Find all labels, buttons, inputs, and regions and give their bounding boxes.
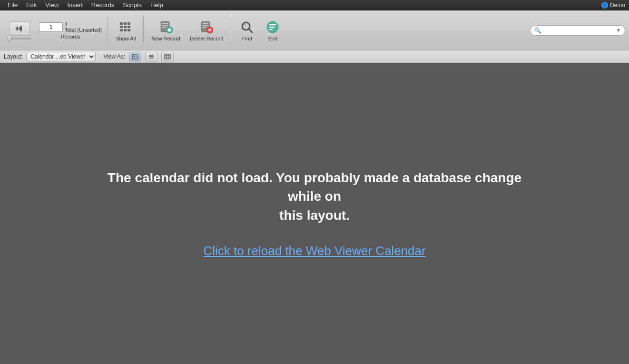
sort-icon	[265, 20, 280, 35]
records-total-info: 1 Total (Unsorted)	[65, 21, 102, 33]
svg-rect-21	[202, 25, 209, 26]
svg-marker-2	[15, 26, 18, 31]
list-view-button[interactable]	[145, 52, 157, 61]
nav-arrow-btn[interactable]	[9, 21, 30, 36]
find-icon	[239, 20, 255, 35]
menu-records[interactable]: Records	[88, 0, 118, 10]
show-all-button[interactable]: Show All	[112, 18, 139, 43]
new-record-label: New Record	[151, 36, 180, 41]
view-as-label: View As:	[103, 53, 125, 60]
username-label: Demo	[610, 2, 625, 9]
svg-rect-13	[162, 23, 168, 24]
nav-arrow-icon	[14, 24, 25, 33]
toolbar: 1 Total (Unsorted) Records Show All	[0, 10, 629, 50]
layout-select[interactable]: Calendar ...eb Viewer	[26, 52, 96, 61]
menu-bar: File Edit View Insert Records Scripts He…	[4, 0, 601, 10]
delete-record-button[interactable]: Delete Record	[186, 18, 227, 43]
slider-thumb	[8, 36, 11, 41]
delete-record-label: Delete Record	[190, 36, 223, 41]
svg-line-26	[249, 29, 252, 32]
svg-marker-0	[18, 26, 21, 31]
show-all-label: Show All	[116, 36, 136, 41]
find-button[interactable]: Find	[235, 18, 259, 43]
svg-point-27	[244, 24, 246, 26]
svg-rect-3	[120, 22, 123, 25]
records-counter-group: 1 Total (Unsorted) Records	[37, 21, 104, 39]
separator-2	[143, 16, 144, 45]
message-line2: this layout.	[279, 208, 350, 223]
separator-3	[231, 16, 231, 45]
svg-rect-6	[120, 26, 123, 28]
svg-rect-7	[124, 26, 127, 28]
menu-insert[interactable]: Insert	[63, 0, 87, 10]
sort-button[interactable]: Sort	[261, 18, 285, 43]
new-record-button[interactable]: New Record	[147, 18, 184, 43]
message-line1: The calendar did not load. You probably …	[108, 170, 521, 204]
svg-rect-4	[124, 22, 127, 25]
main-content: The calendar did not load. You probably …	[0, 63, 629, 364]
show-all-icon	[118, 20, 133, 35]
records-label: Records	[61, 34, 80, 39]
menu-scripts[interactable]: Scripts	[119, 0, 146, 10]
svg-rect-38	[165, 54, 170, 59]
sort-label: Sort	[268, 36, 277, 41]
records-total-label: Total (Unsorted)	[65, 27, 102, 33]
search-input[interactable]	[542, 27, 616, 34]
svg-rect-10	[124, 29, 127, 31]
svg-rect-5	[128, 22, 130, 25]
svg-rect-18	[167, 29, 171, 31]
table-view-button[interactable]	[161, 52, 174, 61]
menu-view[interactable]: View	[41, 0, 62, 10]
record-number-input[interactable]	[39, 22, 63, 32]
menu-file[interactable]: File	[4, 0, 21, 10]
form-view-icon	[132, 54, 138, 59]
user-icon: 👤	[601, 2, 608, 9]
svg-rect-15	[162, 27, 167, 28]
menu-help[interactable]: Help	[147, 0, 167, 10]
title-bar: File Edit View Insert Records Scripts He…	[0, 0, 629, 10]
reload-link[interactable]: Click to reload the Web Viewer Calendar	[203, 244, 425, 258]
svg-rect-9	[120, 29, 123, 31]
records-counter: 1 Total (Unsorted)	[39, 21, 102, 33]
records-nav-section	[4, 20, 35, 41]
user-info: 👤 Demo	[601, 2, 625, 9]
svg-rect-24	[208, 29, 211, 30]
separator-1	[108, 16, 108, 45]
records-total-number: 1	[65, 21, 102, 27]
svg-rect-22	[202, 27, 207, 28]
new-record-icon	[158, 20, 174, 35]
svg-rect-1	[21, 26, 22, 31]
svg-rect-14	[162, 25, 168, 26]
find-label: Find	[242, 36, 252, 41]
svg-rect-32	[132, 54, 138, 59]
main-message: The calendar did not load. You probably …	[100, 168, 529, 225]
svg-rect-8	[128, 26, 130, 28]
search-box: 🔍 ▼	[530, 25, 625, 36]
search-dropdown-icon[interactable]: ▼	[616, 28, 621, 33]
list-view-icon	[148, 54, 155, 59]
search-icon: 🔍	[534, 27, 541, 34]
layout-bar: Layout: Calendar ...eb Viewer View As:	[0, 50, 629, 63]
delete-record-icon	[199, 20, 214, 35]
layout-label: Layout:	[4, 53, 22, 60]
search-area: 🔍 ▼	[530, 25, 625, 36]
form-view-button[interactable]	[129, 52, 141, 61]
table-view-icon	[164, 54, 171, 59]
menu-edit[interactable]: Edit	[22, 0, 40, 10]
records-slider[interactable]	[8, 38, 31, 39]
svg-rect-20	[202, 23, 209, 24]
svg-rect-11	[128, 29, 130, 31]
